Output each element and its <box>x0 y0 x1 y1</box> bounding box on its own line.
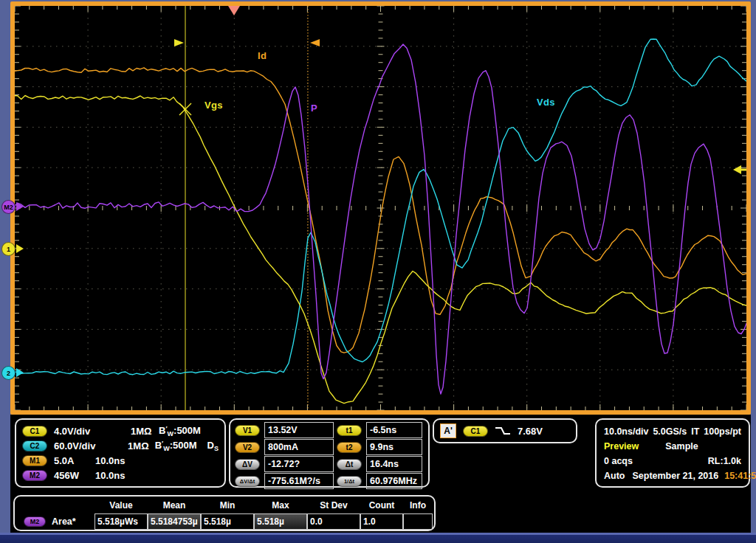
reference-arrow-icon <box>16 368 24 377</box>
measurement-table-panel: Value Mean Min Max St Dev Count Info M2 … <box>13 495 436 531</box>
meas-header-max: Max <box>254 498 307 513</box>
math-1-timebase: 10.0ns <box>95 455 125 466</box>
acq-mode-row: Preview Sample <box>604 439 741 454</box>
cursor-v1-value: 13.52V <box>264 422 334 438</box>
meas-value-cell: 5.518µWs <box>94 513 148 530</box>
datetime-row: Auto September 21, 2016 15:41:50 <box>604 468 741 483</box>
math-2-row: M2 456W 10.0ns <box>22 468 219 483</box>
cursor-t2-value: 9.9ns <box>366 439 422 455</box>
acq-count-row: 0 acqs RL:1.0k <box>604 454 741 468</box>
cursor-v2-badge[interactable]: V2 <box>235 442 260 453</box>
measurement-row-label: M2 Area* <box>19 513 94 530</box>
cursor-readout-panel: V1 13.52V t1 -6.5ns V2 800mA t2 9.9ns ΔV… <box>229 418 430 488</box>
cursor-t2-badge[interactable]: t2 <box>337 442 362 453</box>
math-2-badge[interactable]: M2 <box>22 470 47 481</box>
sample-resolution: 100ps/pt <box>704 426 741 437</box>
id-trace-label: Id <box>258 50 267 61</box>
vds-trace-label: Vds <box>537 97 555 108</box>
meas-mean-cell: 5.5184753µ <box>148 513 201 530</box>
math-1-badge[interactable]: M1 <box>22 455 47 466</box>
vgs-trace-label: Vgs <box>205 100 223 111</box>
measurement-table: Value Mean Min Max St Dev Count Info M2 … <box>19 498 430 530</box>
meas-header-stdev: St Dev <box>307 498 360 513</box>
cursor-t1-badge[interactable]: t1 <box>337 425 362 436</box>
sample-mode: Sample <box>665 441 698 452</box>
meas-header-blank <box>19 498 94 513</box>
math-2-timebase: 10.0ns <box>95 470 125 481</box>
channel-1-bandwidth: B′W:500M <box>159 425 201 437</box>
meas-source-badge[interactable]: M2 <box>24 516 46 527</box>
channel-1-scale: 4.0V/div <box>54 426 131 437</box>
preview-status: Preview <box>604 441 639 452</box>
channel-2-row: C2 60.0V/div 1MΩ B′W:500M DS <box>22 438 219 453</box>
date-text: September 21, 2016 <box>632 471 718 481</box>
channel-1-impedance: 1MΩ <box>131 426 159 437</box>
trigger-level-arrow-icon[interactable] <box>733 165 741 174</box>
trigger-aux-indicator: A' <box>440 423 456 438</box>
trigger-settings-panel[interactable]: A' C1 7.68V <box>433 418 577 443</box>
meas-header-count: Count <box>360 498 403 513</box>
channel-1-badge[interactable]: C1 <box>22 426 47 437</box>
meas-stdev-cell: 0.0 <box>307 513 360 530</box>
trigger-level-tail <box>740 169 746 171</box>
cursor-slope-value: -775.61M?/s <box>264 473 334 489</box>
reference-marker-m2[interactable]: M2 <box>1 200 16 214</box>
meas-info-cell <box>403 513 433 530</box>
meas-name: Area* <box>52 516 76 527</box>
meas-header-info: Info <box>403 498 433 513</box>
meas-max-cell: 5.518µ <box>254 513 307 530</box>
cursor-dt-value: 16.4ns <box>366 456 422 472</box>
falling-edge-icon <box>495 426 511 436</box>
readout-area: C1 4.0V/div 1MΩ B′W:500M C2 60.0V/div 1M… <box>10 415 751 533</box>
cursor-v1-badge[interactable]: V1 <box>235 425 260 436</box>
reference-arrow-icon <box>16 202 24 211</box>
cursor-2-arrow-icon[interactable] <box>310 39 320 46</box>
cursor-dt-badge[interactable]: Δt <box>337 459 362 470</box>
math-2-scale: 456W <box>54 470 95 481</box>
record-length: RL:1.0k <box>708 456 741 466</box>
timebase-value: 10.0ns/div <box>604 426 648 437</box>
acquisition-panel: 10.0ns/div 5.0GS/s IT 100ps/pt Preview S… <box>595 418 750 488</box>
meas-count-cell: 1.0 <box>360 513 403 530</box>
cursor-v2-value: 800mA <box>264 439 334 455</box>
bottom-status-strip <box>0 533 756 543</box>
reference-marker-1[interactable]: 1 <box>1 242 16 256</box>
cursor-dv-value: -12.72? <box>264 456 334 472</box>
reference-arrow-icon <box>16 244 24 253</box>
channel-2-bandwidth: B′W:500M <box>155 440 197 452</box>
channel-2-ds-flag: DS <box>207 440 219 452</box>
Vgs-voltage-trace <box>15 96 746 404</box>
channel-2-scale: 60.0V/div <box>54 440 128 452</box>
time-text: 15:41:50 <box>724 471 756 481</box>
channel-2-badge[interactable]: C2 <box>22 440 47 452</box>
vertical-settings-panel: C1 4.0V/div 1MΩ B′W:500M C2 60.0V/div 1M… <box>15 418 226 488</box>
cursor-freq-value: 60.976MHz <box>366 473 422 489</box>
cursor-1-arrow-icon[interactable] <box>174 39 184 46</box>
waveform-display: Id Vgs P Vds <box>15 6 746 410</box>
graticule-canvas <box>15 6 746 410</box>
scope-display-bezel: Id Vgs P Vds <box>10 1 751 415</box>
sample-rate: 5.0GS/s <box>653 426 687 437</box>
reference-marker-2[interactable]: 2 <box>1 366 16 380</box>
trigger-source-badge[interactable]: C1 <box>463 426 488 437</box>
meas-header-mean: Mean <box>148 498 201 513</box>
trigger-mode: Auto <box>604 471 625 481</box>
meas-header-min: Min <box>201 498 254 513</box>
channel-1-row: C1 4.0V/div 1MΩ B′W:500M <box>22 423 219 438</box>
cursor-dv-badge[interactable]: ΔV <box>235 459 260 470</box>
cursor-t1-value: -6.5ns <box>366 422 422 438</box>
interpolation-mode: IT <box>691 426 699 437</box>
oscilloscope-screen: { "scope": { "colors": { "bezel": "#f1a0… <box>0 0 756 543</box>
trigger-position-marker[interactable] <box>228 6 240 15</box>
meas-min-cell: 5.518µ <box>201 513 254 530</box>
cursor-freq-badge[interactable]: 1/Δt <box>337 476 362 487</box>
trigger-level-value: 7.68V <box>518 426 543 437</box>
meas-header-value: Value <box>94 498 148 513</box>
graticule-ticks <box>15 6 746 410</box>
math-1-row: M1 5.0A 10.0ns <box>22 453 219 468</box>
cursor-slope-badge[interactable]: ΔV/Δt <box>235 476 260 487</box>
timebase-row: 10.0ns/div 5.0GS/s IT 100ps/pt <box>604 424 741 439</box>
channel-2-impedance: 1MΩ <box>128 440 155 452</box>
math-1-scale: 5.0A <box>54 455 95 466</box>
acquisition-count: 0 acqs <box>604 456 633 466</box>
